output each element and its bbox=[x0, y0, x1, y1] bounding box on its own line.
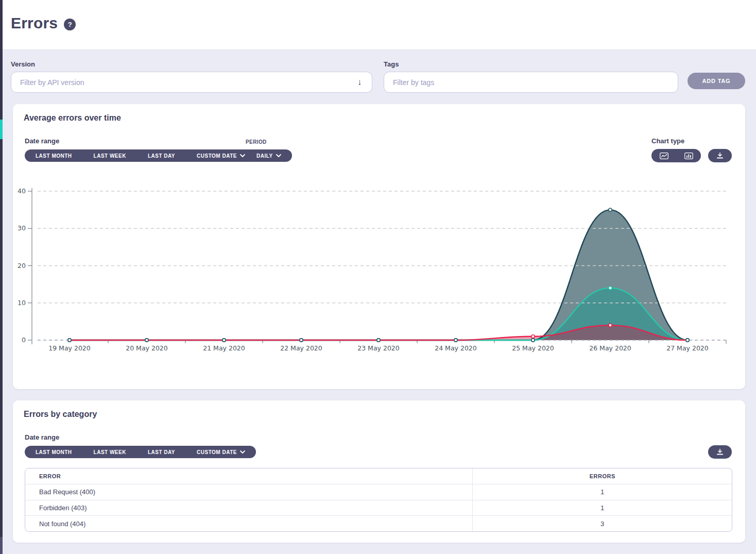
error-name-cell: Forbidden (403) bbox=[25, 500, 472, 516]
svg-text:24 May 2020: 24 May 2020 bbox=[435, 344, 477, 352]
table-row[interactable]: Bad Request (400) 1 bbox=[25, 484, 732, 500]
svg-text:20: 20 bbox=[18, 262, 26, 270]
table-header-row: ERROR ERRORS bbox=[25, 468, 732, 484]
last-month-button[interactable]: LAST MONTH bbox=[25, 446, 83, 458]
page-title: Errors bbox=[11, 14, 58, 32]
error-count-cell: 3 bbox=[472, 516, 732, 531]
custom-date-button[interactable]: CUSTOM DATE bbox=[186, 446, 256, 458]
arrow-down-icon[interactable]: ↓ bbox=[357, 77, 362, 88]
errors-table: ERROR ERRORS Bad Request (400) 1 Forbidd… bbox=[25, 468, 732, 532]
error-column-header: ERROR bbox=[25, 468, 472, 484]
table-row[interactable]: Forbidden (403) 1 bbox=[25, 500, 732, 516]
svg-text:25 May 2020: 25 May 2020 bbox=[512, 344, 554, 352]
custom-date-label: CUSTOM DATE bbox=[197, 449, 237, 455]
average-errors-card: Average errors over time Date range LAST… bbox=[13, 104, 745, 389]
error-name-cell: Not found (404) bbox=[25, 516, 472, 531]
errors-over-time-chart[interactable]: 01020304019 May 202020 May 202021 May 20… bbox=[13, 104, 745, 389]
errors-column-header: ERRORS bbox=[472, 468, 732, 484]
svg-text:30: 30 bbox=[18, 224, 26, 232]
chevron-down-icon bbox=[240, 450, 245, 454]
svg-text:0: 0 bbox=[22, 336, 26, 344]
category-card-title: Errors by category bbox=[24, 410, 97, 419]
svg-text:27 May 2020: 27 May 2020 bbox=[666, 344, 709, 352]
page-header: Errors ? bbox=[3, 0, 756, 50]
errors-by-category-card: Errors by category Date range LAST MONTH… bbox=[13, 400, 745, 543]
page: Errors ? Version ↓ Tags ADD TAG Average … bbox=[0, 0, 756, 554]
svg-text:21 May 2020: 21 May 2020 bbox=[203, 344, 245, 352]
version-filter-input[interactable] bbox=[11, 72, 372, 93]
sidebar-edge bbox=[0, 0, 3, 554]
svg-text:19 May 2020: 19 May 2020 bbox=[48, 344, 91, 352]
help-icon[interactable]: ? bbox=[64, 19, 76, 30]
svg-text:20 May 2020: 20 May 2020 bbox=[126, 344, 168, 352]
sidebar-edge-footer bbox=[0, 537, 3, 554]
date-range-group: LAST MONTH LAST WEEK LAST DAY CUSTOM DAT… bbox=[25, 446, 256, 458]
download-group bbox=[708, 445, 732, 459]
error-count-cell: 1 bbox=[472, 500, 732, 516]
svg-text:40: 40 bbox=[18, 187, 26, 195]
download-table-button[interactable] bbox=[711, 448, 729, 456]
date-range-label: Date range bbox=[25, 433, 59, 441]
error-count-cell: 1 bbox=[472, 484, 732, 500]
last-week-button[interactable]: LAST WEEK bbox=[83, 446, 137, 458]
svg-text:22 May 2020: 22 May 2020 bbox=[280, 344, 322, 352]
error-name-cell: Bad Request (400) bbox=[25, 484, 472, 500]
svg-text:23 May 2020: 23 May 2020 bbox=[357, 344, 400, 352]
tags-label: Tags bbox=[384, 60, 399, 68]
svg-text:26 May 2020: 26 May 2020 bbox=[589, 344, 631, 352]
last-day-button[interactable]: LAST DAY bbox=[137, 446, 186, 458]
svg-text:10: 10 bbox=[18, 299, 26, 307]
version-label: Version bbox=[11, 60, 35, 68]
download-icon bbox=[716, 448, 724, 456]
table-row[interactable]: Not found (404) 3 bbox=[25, 515, 732, 531]
sidebar-active-indicator bbox=[0, 120, 3, 139]
tags-filter-input[interactable] bbox=[384, 72, 678, 93]
add-tag-button[interactable]: ADD TAG bbox=[688, 73, 745, 89]
